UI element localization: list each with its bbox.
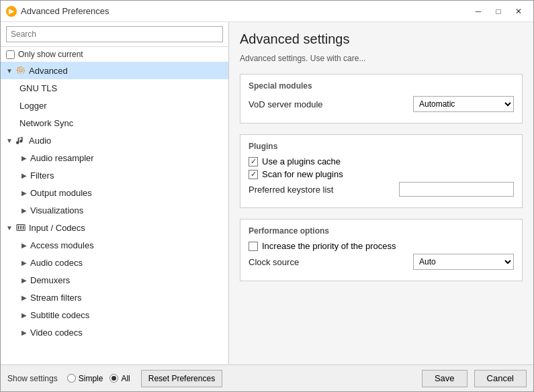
section-performance: Performance options Increase the priorit…	[240, 219, 523, 281]
radio-simple[interactable]: Simple	[67, 374, 103, 383]
left-panel: Only show current ▼ Advanced GNU	[1, 22, 229, 364]
titlebar: ▶ Advanced Preferences ─ □ ✕	[1, 1, 533, 22]
tree-item-demuxers[interactable]: ▶ Demuxers	[1, 271, 228, 289]
clock-source-dropdown[interactable]: Auto	[413, 254, 514, 270]
scan-new-plugins-row: Scan for new plugins	[249, 169, 514, 179]
expand-arrow-subtitle-codecs: ▶	[19, 310, 29, 320]
tree-label-network-sync: Network Sync	[19, 118, 73, 128]
tree-label-audio: Audio	[29, 136, 51, 146]
use-plugins-cache-checkbox[interactable]	[249, 157, 258, 166]
tree-item-advanced[interactable]: ▼ Advanced	[1, 62, 228, 79]
tree-label-audio-resampler: Audio resampler	[30, 153, 94, 163]
expand-arrow-visualizations: ▶	[19, 205, 29, 215]
tree-item-video-codecs[interactable]: ▶ Video codecs	[1, 324, 228, 341]
right-panel-subtitle: Advanced settings. Use with care...	[240, 54, 523, 63]
preferred-keystore-control	[399, 182, 514, 197]
tree-item-access-modules[interactable]: ▶ Access modules	[1, 236, 228, 254]
main-content: Only show current ▼ Advanced GNU	[1, 22, 533, 364]
section-special-modules: Special modules VoD server module Automa…	[240, 74, 523, 124]
use-plugins-cache-label: Use a plugins cache	[262, 156, 341, 166]
tree-label-logger: Logger	[19, 101, 46, 111]
vod-server-module-dropdown[interactable]: Automatic	[413, 96, 514, 112]
expand-arrow-access-modules: ▶	[19, 240, 29, 250]
expand-arrow-advanced: ▼	[5, 66, 14, 75]
scan-new-plugins-label: Scan for new plugins	[262, 169, 343, 179]
only-show-current-label: Only show current	[18, 50, 83, 59]
field-vod-server-module: VoD server module Automatic	[249, 96, 514, 112]
tree-label-filters: Filters	[30, 170, 54, 181]
radio-all-circle	[109, 374, 118, 383]
increase-priority-checkbox[interactable]	[249, 242, 258, 251]
radio-simple-circle	[67, 374, 76, 383]
vod-server-module-control: Automatic	[413, 96, 514, 112]
search-bar	[1, 22, 228, 47]
scan-new-plugins-checkbox[interactable]	[249, 170, 258, 179]
tree-item-visualizations[interactable]: ▶ Visualizations	[1, 201, 228, 219]
show-settings-label: Show settings	[7, 374, 58, 383]
preferred-keystore-label: Preferred keystore list	[249, 185, 399, 195]
tree-item-input-codecs[interactable]: ▼ Input / Codecs	[1, 219, 228, 236]
expand-arrow-audio-codecs: ▶	[19, 258, 29, 267]
tree-label-input-codecs: Input / Codecs	[29, 223, 85, 233]
right-panel-title: Advanced settings	[240, 32, 523, 47]
music-icon	[15, 135, 26, 146]
tree-item-output-modules[interactable]: ▶ Output modules	[1, 184, 228, 201]
increase-priority-row: Increase the priority of the process	[249, 241, 514, 251]
tree-item-audio-codecs[interactable]: ▶ Audio codecs	[1, 254, 228, 271]
increase-priority-label: Increase the priority of the process	[262, 241, 396, 251]
use-plugins-cache-row: Use a plugins cache	[249, 156, 514, 166]
search-input[interactable]	[6, 26, 223, 42]
tree-container: ▼ Advanced GNU TLS Logger	[1, 62, 228, 364]
expand-arrow-audio-resampler: ▶	[19, 153, 29, 162]
tree-item-audio-resampler[interactable]: ▶ Audio resampler	[1, 149, 228, 166]
svg-rect-2	[20, 226, 21, 229]
tree-label-access-modules: Access modules	[30, 240, 94, 250]
only-show-current-row: Only show current	[1, 47, 228, 62]
tree-label-video-codecs: Video codecs	[30, 328, 83, 338]
tree-item-network-sync[interactable]: Network Sync	[1, 114, 228, 132]
expand-arrow-filters: ▶	[19, 170, 29, 180]
tree-item-audio[interactable]: ▼ Audio	[1, 132, 228, 149]
close-button[interactable]: ✕	[509, 3, 528, 19]
tree-item-stream-filters[interactable]: ▶ Stream filters	[1, 289, 228, 306]
radio-all[interactable]: All	[109, 374, 130, 383]
radio-simple-label: Simple	[79, 374, 103, 383]
expand-arrow-input-codecs: ▼	[5, 223, 14, 232]
bottom-bar: Show settings Simple All Reset Preferenc…	[1, 364, 533, 391]
right-panel: Advanced settings Advanced settings. Use…	[229, 22, 533, 364]
window-title: Advanced Preferences	[21, 6, 469, 16]
tree-label-subtitle-codecs: Subtitle codecs	[30, 310, 89, 320]
tree-label-audio-codecs: Audio codecs	[30, 258, 83, 268]
expand-arrow-audio: ▼	[5, 136, 14, 145]
section-label-plugins: Plugins	[249, 142, 514, 151]
preferred-keystore-input[interactable]	[399, 182, 514, 197]
save-button[interactable]: Save	[422, 370, 468, 387]
svg-rect-1	[18, 226, 19, 229]
tree-item-subtitle-codecs[interactable]: ▶ Subtitle codecs	[1, 306, 228, 324]
gear-icon	[15, 65, 26, 76]
tree-item-logger[interactable]: Logger	[1, 97, 228, 114]
tree-item-filters[interactable]: ▶ Filters	[1, 166, 228, 184]
only-show-current-checkbox[interactable]	[6, 50, 15, 59]
reset-preferences-button[interactable]: Reset Preferences	[141, 370, 222, 387]
svg-rect-3	[23, 226, 24, 229]
app-icon: ▶	[6, 6, 17, 17]
tree-label-demuxers: Demuxers	[30, 275, 70, 285]
maximize-button[interactable]: □	[489, 3, 508, 19]
cancel-button[interactable]: Cancel	[474, 370, 527, 387]
expand-arrow-video-codecs: ▶	[19, 328, 29, 337]
section-plugins: Plugins Use a plugins cache Scan for new…	[240, 134, 523, 208]
section-label-performance: Performance options	[249, 226, 514, 236]
codec-icon	[15, 222, 26, 233]
tree-label-advanced: Advanced	[29, 66, 68, 76]
section-label-special-modules: Special modules	[249, 81, 514, 91]
vod-server-module-label: VoD server module	[249, 99, 413, 109]
expand-arrow-stream-filters: ▶	[19, 293, 29, 302]
tree-label-gnu-tls: GNU TLS	[19, 83, 57, 93]
main-window: ▶ Advanced Preferences ─ □ ✕ Only show c…	[0, 0, 534, 392]
minimize-button[interactable]: ─	[469, 3, 488, 19]
tree-item-gnu-tls[interactable]: GNU TLS	[1, 79, 228, 97]
clock-source-control: Auto	[413, 254, 514, 270]
radio-all-label: All	[121, 374, 130, 383]
preferred-keystore-row: Preferred keystore list	[249, 182, 514, 197]
